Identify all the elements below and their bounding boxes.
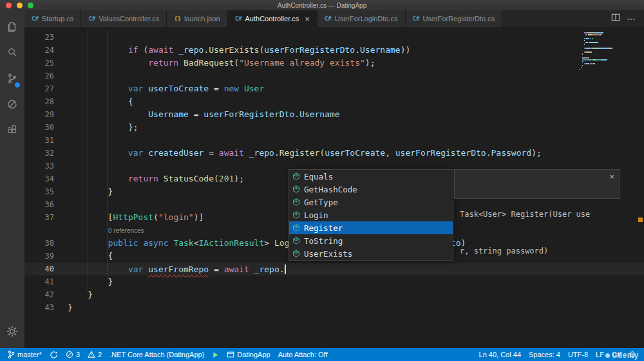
sidebar-item-debug[interactable] bbox=[0, 93, 24, 118]
line-number: 24 bbox=[24, 44, 64, 57]
method-icon bbox=[292, 250, 300, 257]
line-number: 36 bbox=[24, 198, 64, 211]
status-spaces-4[interactable]: Spaces: 4 bbox=[525, 348, 564, 361]
line-content: } bbox=[68, 275, 644, 288]
tab-label: ValuesController.cs bbox=[99, 15, 159, 23]
csharp-file-icon: C# bbox=[413, 15, 420, 22]
code-token: Password bbox=[491, 148, 532, 158]
minimap-token bbox=[589, 42, 595, 43]
suggestion-label: GetType bbox=[304, 198, 338, 207]
sidebar-item-extensions[interactable] bbox=[0, 118, 24, 144]
minimap-line bbox=[580, 32, 636, 33]
code-token: < bbox=[194, 238, 199, 248]
tab-UserForRegisterDto.cs[interactable]: C#UserForRegisterDto.cs bbox=[406, 10, 503, 27]
code-token: var bbox=[128, 84, 143, 93]
tab-UserForLoginDto.cs[interactable]: C#UserForLoginDto.cs bbox=[317, 10, 406, 27]
extensions-icon bbox=[6, 124, 19, 139]
codelens-references[interactable]: 0 references bbox=[68, 227, 144, 234]
code-token bbox=[68, 109, 148, 119]
title-bar: AuthController.cs — DatingApp bbox=[0, 0, 644, 10]
status-3[interactable]: 3 bbox=[62, 348, 84, 361]
line-number: 42 bbox=[24, 288, 64, 301]
code-token: . bbox=[294, 109, 299, 119]
suggestion-UserExists[interactable]: UserExists bbox=[289, 247, 453, 260]
tab-AuthController.cs[interactable]: C#AuthController.cs× bbox=[228, 10, 317, 27]
code-token: await bbox=[148, 45, 173, 55]
minimap[interactable] bbox=[580, 30, 636, 71]
code-token: { bbox=[68, 251, 113, 261]
suggestion-GetHashCode[interactable]: GetHashCode bbox=[289, 183, 453, 196]
suggestion-label: Login bbox=[304, 210, 328, 220]
suggest-list: EqualsGetHashCodeGetTypeLoginRegisterToS… bbox=[289, 170, 453, 260]
code-token: _repo bbox=[254, 264, 279, 274]
minimap-token bbox=[591, 51, 592, 53]
status-bar: master*32.NET Core Attach (DatingApp)Dat… bbox=[0, 348, 644, 361]
minimap-space bbox=[580, 44, 584, 45]
close-tab-icon[interactable]: × bbox=[305, 15, 310, 23]
minimap-token bbox=[581, 67, 582, 68]
signature-help: × Task<User> Register(User use r, string… bbox=[454, 169, 620, 199]
status-ln-40-col-44[interactable]: Ln 40, Col 44 bbox=[475, 348, 525, 361]
split-editor-icon[interactable] bbox=[611, 13, 620, 24]
suggestion-GetType[interactable]: GetType bbox=[289, 196, 453, 208]
status--net-core-attach-datingapp-[interactable]: .NET Core Attach (DatingApp) bbox=[106, 348, 208, 361]
suggestion-Register[interactable]: Register bbox=[289, 221, 453, 234]
suggestion-Login[interactable]: Login bbox=[289, 208, 453, 221]
code-token: ( bbox=[153, 212, 158, 222]
tab-launch.json[interactable]: {}launch.json bbox=[167, 10, 228, 27]
close-window-button[interactable] bbox=[6, 3, 12, 8]
status-play[interactable] bbox=[208, 348, 223, 361]
code-token: )] bbox=[194, 212, 204, 222]
code-token: "Username already exists" bbox=[239, 58, 365, 68]
code-token bbox=[68, 45, 128, 55]
suggestion-label: ToString bbox=[304, 236, 343, 246]
method-icon bbox=[292, 224, 300, 232]
code-token: }; bbox=[68, 122, 138, 132]
code-line: 32 var createdUser = await _repo.Registe… bbox=[24, 147, 644, 160]
tab-Startup.cs[interactable]: C#Startup.cs bbox=[24, 10, 81, 27]
sidebar-item-search[interactable] bbox=[0, 41, 24, 67]
status-master-[interactable]: master* bbox=[4, 348, 46, 361]
line-content bbox=[68, 31, 644, 44]
code-token bbox=[68, 84, 128, 93]
status-label: Auto Attach: Off bbox=[278, 351, 328, 358]
code-token: new bbox=[224, 84, 239, 93]
status-label: UTF-8 bbox=[568, 351, 588, 358]
minimize-window-button[interactable] bbox=[17, 3, 23, 8]
code-token: { bbox=[68, 97, 133, 106]
minimap-token bbox=[589, 57, 589, 59]
line-content bbox=[68, 134, 644, 147]
files-icon bbox=[6, 21, 19, 36]
status-utf-8[interactable]: UTF-8 bbox=[564, 348, 592, 361]
line-content: { bbox=[68, 95, 644, 108]
settings-button[interactable] bbox=[0, 321, 24, 344]
minimap-line bbox=[580, 59, 636, 60]
line-number: 28 bbox=[24, 95, 64, 108]
line-content: var createdUser = await _repo.Register(u… bbox=[68, 147, 644, 160]
window-title: AuthController.cs — DatingApp bbox=[0, 2, 644, 9]
sidebar-item-source-control[interactable] bbox=[0, 67, 24, 93]
status-2[interactable]: 2 bbox=[84, 348, 106, 361]
minimap-line bbox=[580, 34, 636, 35]
code-token bbox=[158, 174, 164, 183]
warning-icon bbox=[88, 351, 95, 358]
suggestion-ToString[interactable]: ToString bbox=[289, 234, 453, 247]
minimap-line bbox=[580, 65, 636, 66]
minimap-line bbox=[580, 50, 636, 51]
close-icon[interactable]: × bbox=[609, 171, 614, 183]
status-auto-attach-off[interactable]: Auto Attach: Off bbox=[274, 348, 332, 361]
maximize-window-button[interactable] bbox=[28, 3, 33, 8]
tab-ValuesController.cs[interactable]: C#ValuesController.cs bbox=[81, 10, 167, 27]
play-icon bbox=[212, 351, 219, 358]
method-icon bbox=[292, 237, 300, 245]
more-actions-icon[interactable]: ⋯ bbox=[627, 14, 636, 24]
sidebar-item-explorer[interactable] bbox=[0, 15, 24, 41]
status-left: master*32.NET Core Attach (DatingApp)Dat… bbox=[4, 348, 332, 361]
status-sync[interactable] bbox=[46, 348, 62, 361]
code-token: . bbox=[204, 45, 209, 55]
minimap-token bbox=[596, 59, 601, 60]
git-branch-icon bbox=[8, 350, 15, 359]
status-datingapp[interactable]: DatingApp bbox=[223, 348, 274, 361]
suggestion-Equals[interactable]: Equals bbox=[289, 170, 453, 183]
status-label: Spaces: 4 bbox=[529, 351, 560, 358]
